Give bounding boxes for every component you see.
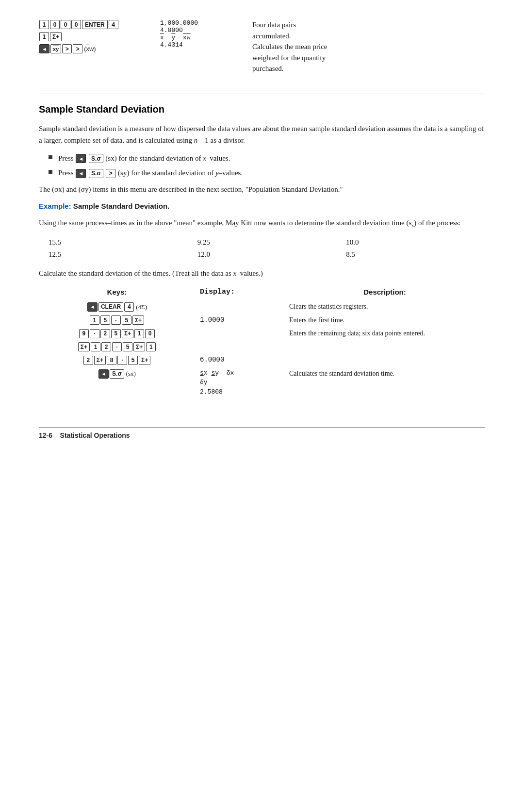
data-cell-2-2: 12.0 (188, 249, 337, 261)
key-1b-r4: 1 (146, 342, 156, 351)
top-keys: 1 0 0 0 ENTER 4 1 Σ+ ◄ xy > > (xw) (39, 19, 146, 74)
key-gt2: > (73, 44, 82, 53)
key-enter: ENTER (82, 20, 108, 29)
display-val-1: 1,000.0000 (160, 19, 238, 27)
example-heading: Example: Sample Standard Deviation. (39, 202, 485, 210)
divider (39, 94, 485, 94)
top-description: Four data pairs accumulated. Calculates … (252, 19, 485, 74)
keys-cell-2: 1 5 · 5 Σ+ (39, 314, 195, 327)
table-row-1: ◄ CLEAR 4 (4Σ) Clears the statistics reg… (39, 300, 485, 314)
key-1-r3: 1 (134, 329, 144, 338)
table-row-4: Σ+ 1 2 · 5 Σ+ 1 (39, 340, 485, 354)
key-sp-r4b: Σ+ (133, 342, 145, 351)
kdd-table: Keys: Display: Description: ◄ CLEAR 4 (4… (39, 286, 485, 398)
calc-note: Calculate the standard deviation of the … (39, 267, 485, 279)
section-body-1: Sample standard deviation is a measure o… (39, 123, 485, 146)
example-label: Example: (39, 202, 71, 210)
header-desc: Description: (284, 286, 485, 300)
desc-cell-2: Enters the first time. (284, 314, 485, 327)
key-sigma-plus: Σ+ (50, 32, 62, 41)
key-0-r3: 0 (145, 329, 155, 338)
key-gt1: > (62, 44, 72, 53)
key-group-5: 2 Σ+ 8 · 5 Σ+ (83, 355, 151, 365)
desc-line4: weighted for the quantity (252, 52, 485, 64)
data-cell-1-2: 9.25 (188, 236, 337, 249)
desc-line2: accumulated. (252, 31, 485, 42)
desc-cell-1: Clears the statistics registers. (284, 300, 485, 314)
key-shift-bullet1: ◄ (76, 154, 86, 163)
table-row-6: ◄ S.σ (sx) sx sy δx δy 2.5808 Calculates… (39, 367, 485, 398)
desc-cell-4 (284, 340, 485, 354)
key-dot-r4: · (112, 342, 122, 351)
bullet-text-1: Press ◄ S.σ (sx) for the standard deviat… (58, 153, 230, 164)
data-row-1: 15.5 9.25 10.0 (39, 236, 485, 249)
keys-cell-1: ◄ CLEAR 4 (4Σ) (39, 300, 195, 314)
key-group-1: ◄ CLEAR 4 (4Σ) (87, 302, 147, 312)
key-5-r3: 5 (111, 329, 121, 338)
key-label-sx: (sx) (126, 369, 136, 379)
table-row-2: 1 5 · 5 Σ+ 1.0000 Enters the first time. (39, 314, 485, 327)
key-4-r1: 4 (124, 302, 134, 312)
display-val-sx-sy: sx sy δx (200, 368, 279, 378)
data-cell-2-1: 12.5 (39, 249, 188, 261)
display-cell-1 (195, 300, 284, 314)
key-sp-r2: Σ+ (132, 315, 144, 325)
bullet-list: Press ◄ S.σ (sx) for the standard deviat… (49, 153, 485, 179)
key-5-r4: 5 (123, 342, 132, 351)
key-group-6: ◄ S.σ (sx) (98, 369, 136, 379)
key-clear: CLEAR (98, 302, 123, 312)
key-ssigma-bullet2: S.σ (89, 169, 103, 178)
key-4: 4 (109, 20, 118, 29)
key-8-r5: 8 (107, 356, 116, 365)
key-dot-r5: · (117, 356, 127, 365)
key-shift-left: ◄ (39, 44, 49, 53)
key-5-r2: 5 (100, 315, 110, 325)
key-1: 1 (39, 20, 49, 29)
key-ssigma-r6: S.σ (110, 369, 124, 379)
keys-cell-5: 2 Σ+ 8 · 5 Σ+ (39, 353, 195, 367)
key-row-3: ◄ xy > > (xw) (39, 44, 146, 54)
display-cell-5: 6.0000 (195, 353, 284, 367)
footer-title: Statistical Operations (60, 431, 130, 439)
key-2-r4: 2 (101, 342, 111, 351)
key-sp-r5b: Σ+ (139, 356, 150, 365)
key-row-2: 1 Σ+ (39, 32, 146, 42)
data-row-2: 12.5 12.0 8.5 (39, 249, 485, 261)
bullet-square-1 (49, 155, 52, 159)
key-shift-r6: ◄ (98, 369, 109, 379)
keys-cell-6: ◄ S.σ (sx) (39, 367, 195, 398)
footer: 12-6 Statistical Operations (39, 427, 485, 439)
footer-section: 12-6 Statistical Operations (39, 431, 130, 439)
key-1-r2: 1 (90, 315, 99, 325)
key-1b: 1 (39, 32, 49, 41)
key-ssigma-bullet1: S.σ (89, 154, 103, 163)
key-group-4: Σ+ 1 2 · 5 Σ+ 1 (78, 342, 156, 352)
key-0b: 0 (61, 20, 70, 29)
top-display: 1,000.0000 4.0000 x y xw 4.4314 (160, 19, 238, 74)
header-display: Display: (195, 286, 284, 300)
key-2-r3: 2 (100, 329, 110, 338)
desc-cell-3: Enters the remaining data; six data poin… (284, 327, 485, 340)
key-2-r5: 2 (83, 356, 93, 365)
key-sp-r5a: Σ+ (94, 356, 106, 365)
key-5-r5: 5 (128, 356, 138, 365)
desc-line5: purchased. (252, 63, 485, 74)
note-paragraph: The (σx) and (σy) items in this menu are… (39, 183, 485, 195)
key-dot-r2: · (111, 315, 121, 325)
display-val-3: x y xw (160, 34, 238, 41)
key-5b-r2: 5 (122, 315, 131, 325)
key-0a: 0 (50, 20, 60, 29)
display-val-4: 4.4314 (160, 41, 238, 49)
bullet-item-2: Press ◄ S.σ > (sy) for the standard devi… (49, 167, 485, 179)
key-gt-bullet2: > (106, 169, 115, 178)
example-title: Sample Standard Deviation. (71, 202, 170, 210)
key-1-r4: 1 (91, 342, 100, 351)
footer-section-number: 12-6 (39, 431, 52, 439)
key-sp-r3: Σ+ (122, 329, 133, 338)
example-body: Using the same process–times as in the a… (39, 217, 485, 230)
table-row-5: 2 Σ+ 8 · 5 Σ+ 6.0000 (39, 353, 485, 367)
bullet-text-2: Press ◄ S.σ > (sy) for the standard devi… (58, 167, 243, 179)
bullet-square-2 (49, 170, 52, 174)
keys-cell-4: Σ+ 1 2 · 5 Σ+ 1 (39, 340, 195, 354)
key-shift-r1: ◄ (87, 302, 98, 312)
